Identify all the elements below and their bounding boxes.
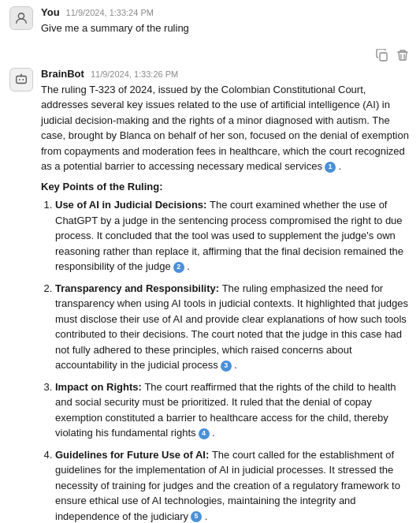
svg-point-5 [20,73,21,74]
bot-timestamp: 11/9/2024, 1:33:26 PM [91,69,178,79]
footnote-5: 5 [191,511,202,522]
user-message-row: You 11/9/2024, 1:33:24 PM Give me a summ… [9,6,411,36]
point-4-title: Guidelines for Future Use of AI: [55,449,212,461]
svg-rect-1 [380,53,387,61]
bot-name: BrainBot [41,68,84,80]
point-2-title: Transparency and Responsibility: [55,282,222,294]
footnote-4: 4 [199,428,210,439]
svg-rect-2 [17,76,27,83]
bot-message-content: BrainBot 11/9/2024, 1:33:26 PM The rulin… [41,68,411,524]
user-message-text: Give me a summary of the ruling [41,21,411,36]
key-points-list: Use of AI in Judicial Decisions: The cou… [41,197,411,523]
user-icon [14,11,28,25]
svg-point-0 [18,13,24,19]
chat-container: You 11/9/2024, 1:33:24 PM Give me a summ… [0,0,420,523]
point-3-title: Impact on Rights: [55,381,144,393]
copy-button[interactable] [374,47,390,65]
bot-intro: The ruling T-323 of 2024, issued by the … [41,82,411,174]
point-2-text: The ruling emphasized the need for trans… [55,282,408,372]
user-message-content: You 11/9/2024, 1:33:24 PM Give me a summ… [41,6,411,36]
list-item: Transparency and Responsibility: The rul… [55,281,411,373]
trash-icon [396,49,409,62]
user-name: You [41,6,60,18]
list-item: Impact on Rights: The court reaffirmed t… [55,379,411,441]
user-avatar [9,6,33,30]
bot-message-row: BrainBot 11/9/2024, 1:33:26 PM The rulin… [9,68,411,524]
footnote-3: 3 [221,360,232,372]
delete-button[interactable] [395,47,411,65]
list-item: Use of AI in Judicial Decisions: The cou… [55,197,411,275]
bot-avatar [9,68,33,92]
bot-message-header: BrainBot 11/9/2024, 1:33:26 PM [41,68,411,80]
copy-icon [376,49,388,62]
user-timestamp: 11/9/2024, 1:33:24 PM [66,8,154,17]
key-points-title: Key Points of the Ruling: [41,179,411,195]
user-message-header: You 11/9/2024, 1:33:24 PM [41,6,411,18]
footnote-1: 1 [325,162,336,173]
point-1-title: Use of AI in Judicial Decisions: [55,199,210,211]
message-actions [9,47,411,65]
list-item: Guidelines for Future Use of AI: The cou… [55,447,411,524]
bot-icon [14,73,28,87]
bot-message-text: The ruling T-323 of 2024, issued by the … [41,82,411,524]
footnote-2: 2 [173,262,184,273]
svg-point-4 [22,79,24,80]
svg-point-3 [19,79,20,80]
